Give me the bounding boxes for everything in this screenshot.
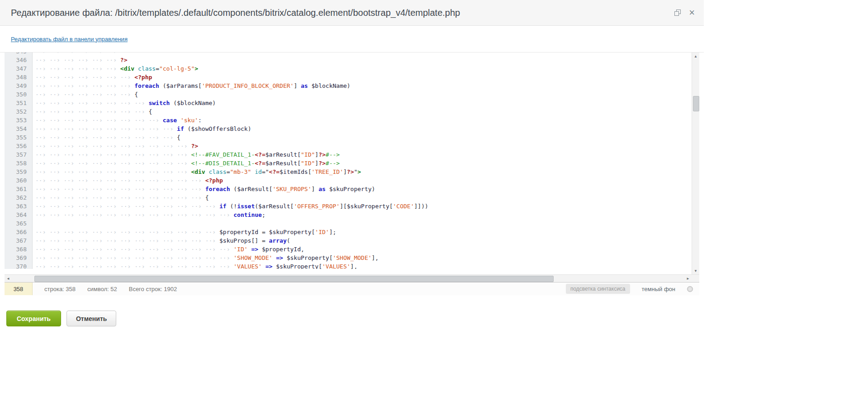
code-line[interactable]: 362··› ··› ··› ··› ··› ··› ··› ··› ··› ·… xyxy=(5,193,692,202)
total-lines-info: Всего строк: 1902 xyxy=(129,286,177,292)
link-bar: Редактировать файл в панели управления xyxy=(0,26,704,53)
code-text: ··› ··› ··› ··› ··› ··› ··› ··› switch (… xyxy=(33,99,216,107)
line-number: 358 xyxy=(5,159,33,168)
code-line[interactable]: 349··› ··› ··› ··› ··› ··› ··› foreach (… xyxy=(5,81,692,90)
cursor-char-info: символ: 52 xyxy=(87,286,117,292)
code-text: ··› ··› ··› ··› ··› ··› ··› ··› ··› ··› … xyxy=(33,211,266,219)
code-line[interactable]: 363··› ··› ··› ··› ··› ··› ··› ··› ··› ·… xyxy=(5,202,692,211)
whitespace-markers: ··› ··› ··› ··› ··› ··› ··› ··› ··› ··› … xyxy=(35,254,233,261)
cursor-line-info: строка: 358 xyxy=(44,286,76,292)
code-line[interactable]: 358··› ··› ··› ··› ··› ··› ··› ··› ··› ·… xyxy=(5,159,692,168)
vertical-scrollbar[interactable]: ▲ ▼ xyxy=(692,53,699,274)
code-text: ··› ··› ··› ··› ··› ··› ··› { xyxy=(33,90,138,99)
code-line[interactable]: 365 xyxy=(5,219,692,228)
whitespace-markers: ··› ··› ··› ··› ··› ··› ··› ··› xyxy=(35,100,148,106)
whitespace-markers: ··› ··› ··› ··› ··› ··› ··› ··› ··› ··› … xyxy=(35,237,219,244)
code-text: ··› ··› ··› ··› ··› ··› ··› ··› ··› ··› … xyxy=(33,228,336,236)
code-text: ··› ··› ··› ··› ··› ··› ··› ··› ··› ··› … xyxy=(33,176,223,185)
line-number: 356 xyxy=(5,142,33,150)
line-number: 366 xyxy=(5,228,33,236)
code-line[interactable]: 353··› ··› ··› ··› ··› ··› ··› ··› ··› c… xyxy=(5,116,692,124)
line-number: 354 xyxy=(5,124,33,133)
whitespace-markers: ··› ··› ··› ··› ··› ··› ··› ··› ··› ··› … xyxy=(35,168,191,175)
line-number: 345 xyxy=(5,53,33,56)
whitespace-markers: ··› ··› ··› ··› ··› ··› ··› ··› ··› ··› … xyxy=(35,186,205,192)
whitespace-markers: ··› ··› ··› ··› ··› ··› ··› xyxy=(35,82,134,89)
dialog-footer: Сохранить Отменить xyxy=(6,311,704,326)
scroll-right-button[interactable]: ► xyxy=(684,275,692,282)
code-text: ··› ··› ··› ··› ··› ··› ··› ··› ··› ··› … xyxy=(33,236,290,245)
line-number: 350 xyxy=(5,90,33,99)
code-text: ··› ··› ··› ··› ··› ··› ··› ··› ··› ··› … xyxy=(33,133,180,142)
edit-in-control-panel-link[interactable]: Редактировать файл в панели управления xyxy=(11,36,128,43)
window-controls: × xyxy=(674,10,695,16)
code-line[interactable]: 369··› ··› ··› ··› ··› ··› ··› ··› ··› ·… xyxy=(5,254,692,262)
code-line[interactable]: 364··› ··› ··› ··› ··› ··› ··› ··› ··› ·… xyxy=(5,211,692,219)
line-number: 352 xyxy=(5,107,33,116)
status-bar-right: подсветка синтаксиса темный фон xyxy=(566,284,699,294)
code-line[interactable]: 370··› ··› ··› ··› ··› ··› ··› ··› ··› ·… xyxy=(5,262,692,269)
status-bar: 358 строка: 358 символ: 52 Всего строк: … xyxy=(5,282,699,295)
line-number: 347 xyxy=(5,64,33,73)
scroll-left-button[interactable]: ◄ xyxy=(5,275,12,282)
current-line-indicator: 358 xyxy=(5,283,33,295)
whitespace-markers: ··› ··› ··› ··› ··› ··› ··› ··› xyxy=(35,108,148,115)
code-text: ··› ··› ··› ··› ··› ··› ··› ··› ··› ··› … xyxy=(33,168,361,176)
syntax-highlight-badge[interactable]: подсветка синтаксиса xyxy=(566,284,630,294)
code-line[interactable]: 352··› ··› ··› ··› ··› ··› ··› ··› { xyxy=(5,107,692,116)
scroll-down-button[interactable]: ▼ xyxy=(692,267,699,274)
vertical-scrollbar-thumb[interactable] xyxy=(693,96,699,111)
line-number: 355 xyxy=(5,133,33,142)
code-line[interactable]: 357··› ··› ··› ··› ··› ··› ··› ··› ··› ·… xyxy=(5,150,692,159)
cancel-button[interactable]: Отменить xyxy=(66,311,116,326)
line-number: 370 xyxy=(5,262,33,269)
code-line[interactable]: 360··› ··› ··› ··› ··› ··› ··› ··› ··› ·… xyxy=(5,176,692,185)
whitespace-markers: ··› ··› ··› ··› ··› ··› ··› ··› ··› ··› … xyxy=(35,160,191,167)
code-line[interactable]: 347··› ··› ··› ··› ··› ··› <div class="c… xyxy=(5,64,692,73)
code-text: ··› ··› ··› ··› ··› ··› ··› ··› ··› ··› … xyxy=(33,202,428,211)
code-line[interactable]: 361··› ··› ··› ··› ··› ··› ··› ··› ··› ·… xyxy=(5,185,692,193)
code-line[interactable]: 351··› ··› ··› ··› ··› ··› ··› ··› switc… xyxy=(5,99,692,107)
dialog-title: Редактирование файла: /bitrix/templates/… xyxy=(11,8,674,18)
horizontal-scrollbar-thumb[interactable] xyxy=(34,276,554,282)
scroll-up-button[interactable]: ▲ xyxy=(692,53,699,60)
whitespace-markers: ··› ··› ··› ··› ··› ··› ··› ··› ··› xyxy=(35,117,163,124)
whitespace-markers: ··› ··› ··› ··› ··› ··› xyxy=(35,57,120,63)
save-button[interactable]: Сохранить xyxy=(6,311,61,326)
code-text: ··› ··› ··› ··› ··› ··› ··› ··› ··› ··› … xyxy=(33,193,209,202)
code-line[interactable]: 356··› ··› ··› ··› ··› ··› ··› ··› ··› ·… xyxy=(5,142,692,150)
code-text xyxy=(33,219,35,228)
code-line[interactable]: 355··› ··› ··› ··› ··› ··› ··› ··› ··› ·… xyxy=(5,133,692,142)
code-text: ··› ··› ··› ··› ··› ··› ··› ··› ··› ··› … xyxy=(33,159,340,168)
code-lines[interactable]: 345··› ··› ··› ··› ··› ··› 346··› ··› ··… xyxy=(5,53,692,269)
code-line[interactable]: 346··› ··› ··› ··› ··› ··› ?> xyxy=(5,56,692,64)
code-line[interactable]: 348··› ··› ··› ··› ··› ··› ··› <?php xyxy=(5,73,692,81)
whitespace-markers: ··› ··› ··› ··› ··› ··› xyxy=(35,53,120,55)
code-viewport[interactable]: 345··› ··› ··› ··› ··› ··› 346··› ··› ··… xyxy=(5,53,699,274)
line-number: 368 xyxy=(5,245,33,254)
horizontal-scrollbar[interactable]: ◄ ► xyxy=(5,274,699,282)
restore-window-icon[interactable] xyxy=(674,10,681,16)
code-line[interactable]: 366··› ··› ··› ··› ··› ··› ··› ··› ··› ·… xyxy=(5,228,692,236)
code-line[interactable]: 359··› ··› ··› ··› ··› ··› ··› ··› ··› ·… xyxy=(5,168,692,176)
edit-file-dialog: Редактирование файла: /bitrix/templates/… xyxy=(0,0,704,326)
code-line[interactable]: 354··› ··› ··› ··› ··› ··› ··› ··› ··› ·… xyxy=(5,124,692,133)
code-line[interactable]: 367··› ··› ··› ··› ··› ··› ··› ··› ··› ·… xyxy=(5,236,692,245)
line-number: 359 xyxy=(5,168,33,176)
whitespace-markers: ··› ··› ··› ··› ··› ··› ··› ··› ··› ··› … xyxy=(35,143,191,149)
whitespace-markers: ··› ··› ··› ··› ··› ··› ··› ··› ··› ··› xyxy=(35,125,177,132)
line-number: 351 xyxy=(5,99,33,107)
close-icon[interactable]: × xyxy=(689,10,695,16)
line-number: 360 xyxy=(5,176,33,185)
dark-background-toggle[interactable] xyxy=(687,286,693,292)
dialog-header: Редактирование файла: /bitrix/templates/… xyxy=(0,0,704,26)
whitespace-markers: ··› ··› ··› ··› ··› ··› ··› ··› ··› ··› … xyxy=(35,177,205,184)
whitespace-markers: ··› ··› ··› ··› ··› ··› ··› xyxy=(35,91,134,98)
line-number: 357 xyxy=(5,150,33,159)
code-line[interactable]: 345··› ··› ··› ··› ··› ··› xyxy=(5,53,692,56)
code-line[interactable]: 350··› ··› ··› ··› ··› ··› ··› { xyxy=(5,90,692,99)
whitespace-markers: ··› ··› ··› ··› ··› ··› ··› ··› ··› ··› … xyxy=(35,194,205,201)
line-number: 365 xyxy=(5,219,33,228)
code-line[interactable]: 368··› ··› ··› ··› ··› ··› ··› ··› ··› ·… xyxy=(5,245,692,254)
whitespace-markers: ··› ··› ··› ··› ··› ··› ··› xyxy=(35,74,134,81)
